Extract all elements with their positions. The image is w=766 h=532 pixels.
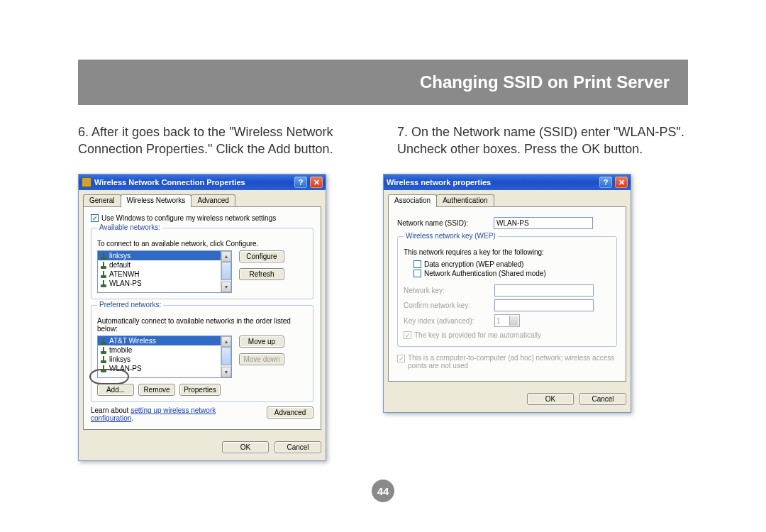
configure-button[interactable]: Configure	[239, 250, 284, 262]
tab-advanced[interactable]: Advanced	[191, 194, 235, 206]
tab-row: General Wireless Networks Advanced	[79, 190, 326, 206]
preferred-listbox[interactable]: AT&T Wireless tmobile linksys WLAN-PS ▲▼	[97, 336, 232, 378]
network-key-row: Network key:	[404, 284, 611, 297]
list-item: linksys	[98, 355, 221, 364]
list-item: WLAN-PS	[98, 279, 221, 288]
wep-key-group: Wireless network key (WEP) This network …	[397, 236, 617, 347]
scrollbar[interactable]: ▲▼	[221, 336, 231, 377]
available-listbox[interactable]: linksys default ATENWH WLAN-PS ▲▼	[97, 250, 232, 293]
move-up-button[interactable]: Move up	[239, 336, 284, 348]
preferred-networks-group: Preferred networks: Automatically connec…	[91, 305, 313, 402]
wireless-network-properties-dialog: Wireless network properties ? ✕ Associat…	[383, 174, 631, 413]
close-button[interactable]: ✕	[310, 177, 323, 188]
dialog-title: Wireless Network Connection Properties	[94, 178, 245, 187]
tab-row: Association Authentication	[384, 190, 631, 206]
step-6-text: 6. After it goes back to the "Wireless N…	[78, 123, 376, 158]
data-encryption-checkbox-row[interactable]: Data encryption (WEP enabled)	[413, 260, 611, 268]
close-button[interactable]: ✕	[615, 177, 628, 188]
checkbox-icon[interactable]	[413, 260, 421, 268]
preferred-hint: Automatically connect to available netwo…	[97, 317, 307, 333]
list-item: AT&T Wireless	[98, 336, 221, 345]
key-index-label: Key index (advanced):	[404, 317, 487, 325]
tab-wireless-networks[interactable]: Wireless Networks	[121, 194, 192, 207]
title-bar[interactable]: Wireless network properties ? ✕	[384, 174, 631, 190]
learn-about-text: Learn about setting up wireless network …	[91, 406, 260, 422]
page-header: Changing SSID on Print Server	[78, 60, 688, 105]
title-bar[interactable]: Wireless Network Connection Properties ?…	[79, 174, 326, 190]
confirm-key-row: Confirm network key:	[404, 299, 611, 311]
antenna-icon	[101, 347, 106, 354]
ok-button[interactable]: OK	[222, 441, 269, 453]
list-item: WLAN-PS	[98, 364, 221, 373]
available-networks-group: Available networks: To connect to an ava…	[91, 228, 313, 299]
tab-authentication[interactable]: Authentication	[436, 194, 494, 206]
confirm-key-label: Confirm network key:	[404, 301, 487, 309]
ssid-input[interactable]	[494, 217, 593, 229]
wireless-connection-properties-dialog: Wireless Network Connection Properties ?…	[78, 174, 326, 461]
cancel-button[interactable]: Cancel	[579, 393, 626, 405]
antenna-icon	[101, 280, 106, 287]
properties-button[interactable]: Properties	[179, 384, 221, 396]
checkbox-icon[interactable]	[413, 270, 421, 277]
group-legend: Available networks:	[97, 223, 162, 231]
network-auth-label: Network Authentication (Shared mode)	[424, 270, 546, 277]
checkbox-icon: ✓	[397, 355, 405, 362]
antenna-icon	[101, 338, 106, 345]
tab-general[interactable]: General	[83, 194, 121, 206]
advanced-button[interactable]: Advanced	[267, 406, 313, 419]
antenna-icon	[101, 253, 106, 260]
remove-button[interactable]: Remove	[138, 384, 175, 396]
antenna-icon	[101, 271, 106, 278]
list-item: linksys	[98, 251, 221, 260]
cancel-button[interactable]: Cancel	[274, 441, 321, 453]
checkbox-icon: ✓	[404, 331, 411, 339]
available-hint: To connect to an available network, clic…	[97, 240, 307, 248]
data-encryption-label: Data encryption (WEP enabled)	[424, 260, 523, 268]
use-windows-checkbox-row[interactable]: ✓ Use Windows to configure my wireless n…	[91, 214, 313, 222]
ssid-row: Network name (SSID):	[397, 217, 617, 229]
use-windows-label: Use Windows to configure my wireless net…	[101, 214, 276, 222]
confirm-key-input	[494, 299, 594, 311]
auto-key-row: ✓ The key is provided for me automatical…	[404, 331, 611, 339]
instruction-row: 6. After it goes back to the "Wireless N…	[78, 123, 695, 158]
group-legend: Wireless network key (WEP)	[404, 232, 498, 240]
key-index-spinner: 1	[494, 314, 520, 327]
step-7-text: 7. On the Network name (SSID) enter "WLA…	[397, 123, 695, 158]
antenna-icon	[101, 365, 106, 372]
key-index-row: Key index (advanced): 1	[404, 314, 611, 327]
move-down-button[interactable]: Move down	[239, 353, 284, 365]
refresh-button[interactable]: Refresh	[239, 268, 284, 280]
wifi-icon	[82, 177, 91, 187]
list-item: default	[98, 260, 221, 270]
help-button[interactable]: ?	[294, 177, 307, 188]
list-item: ATENWH	[98, 270, 221, 279]
antenna-icon	[101, 262, 106, 269]
page-number-badge: 44	[372, 480, 394, 502]
ok-button[interactable]: OK	[527, 393, 574, 405]
list-item: tmobile	[98, 345, 221, 355]
auto-key-label: The key is provided for me automatically	[414, 331, 541, 339]
adhoc-row: ✓ This is a computer-to-computer (ad hoc…	[397, 354, 617, 370]
help-button[interactable]: ?	[599, 177, 612, 188]
antenna-icon	[101, 356, 106, 363]
adhoc-label: This is a computer-to-computer (ad hoc) …	[408, 354, 617, 370]
network-auth-checkbox-row[interactable]: Network Authentication (Shared mode)	[413, 270, 611, 277]
tab-association[interactable]: Association	[388, 194, 437, 207]
network-key-input	[494, 284, 594, 297]
add-button[interactable]: Add...	[97, 384, 134, 396]
checkbox-icon[interactable]: ✓	[91, 214, 99, 222]
group-legend: Preferred networks:	[97, 301, 163, 309]
ssid-label: Network name (SSID):	[397, 219, 487, 227]
dialog-title: Wireless network properties	[387, 178, 491, 187]
page-title: Changing SSID on Print Server	[420, 72, 670, 92]
network-key-label: Network key:	[404, 287, 487, 294]
wep-hint: This network requires a key for the foll…	[404, 248, 611, 256]
scrollbar[interactable]: ▲▼	[221, 251, 231, 292]
